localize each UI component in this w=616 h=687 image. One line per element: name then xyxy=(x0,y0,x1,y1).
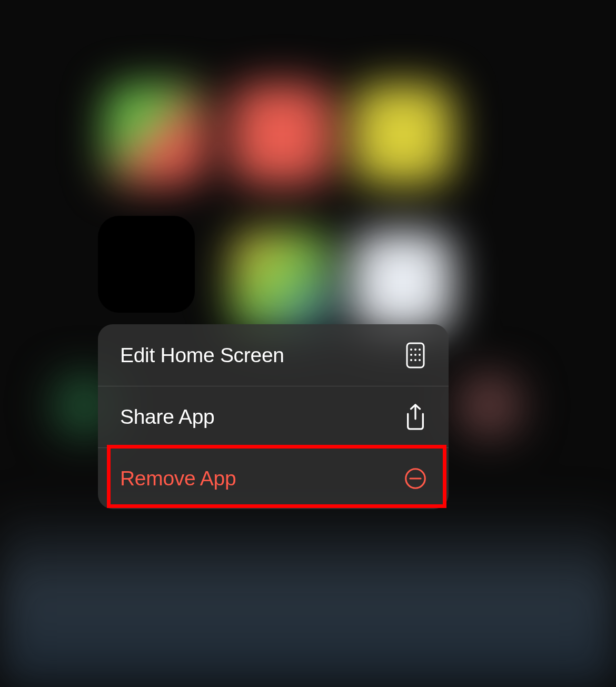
selected-app-icon[interactable] xyxy=(98,216,195,313)
svg-point-6 xyxy=(419,354,421,356)
menu-item-label: Edit Home Screen xyxy=(120,344,284,367)
share-app-menu-item[interactable]: Share App xyxy=(98,386,449,447)
blurred-app-icon xyxy=(105,84,205,184)
menu-item-label: Remove App xyxy=(120,467,236,490)
remove-app-menu-item[interactable]: Remove App xyxy=(98,447,449,509)
home-screen-icon xyxy=(404,344,426,366)
share-icon xyxy=(404,406,426,428)
svg-point-2 xyxy=(414,349,416,351)
svg-point-4 xyxy=(410,354,412,356)
svg-point-1 xyxy=(410,349,412,351)
menu-item-label: Share App xyxy=(120,405,214,429)
blurred-app-icon xyxy=(353,84,453,184)
remove-icon xyxy=(404,467,426,490)
blurred-app-icon xyxy=(232,232,332,332)
svg-point-3 xyxy=(419,349,421,351)
svg-point-5 xyxy=(414,354,416,356)
svg-point-8 xyxy=(414,359,416,361)
blurred-app-icon xyxy=(353,232,453,332)
app-context-menu: Edit Home Screen Share App xyxy=(98,324,449,509)
blurred-dock-area xyxy=(0,503,616,687)
svg-point-7 xyxy=(410,359,412,361)
edit-home-screen-menu-item[interactable]: Edit Home Screen xyxy=(98,324,449,386)
svg-point-9 xyxy=(419,359,421,361)
blurred-app-icon xyxy=(232,84,332,184)
blurred-app-icon xyxy=(458,374,521,437)
